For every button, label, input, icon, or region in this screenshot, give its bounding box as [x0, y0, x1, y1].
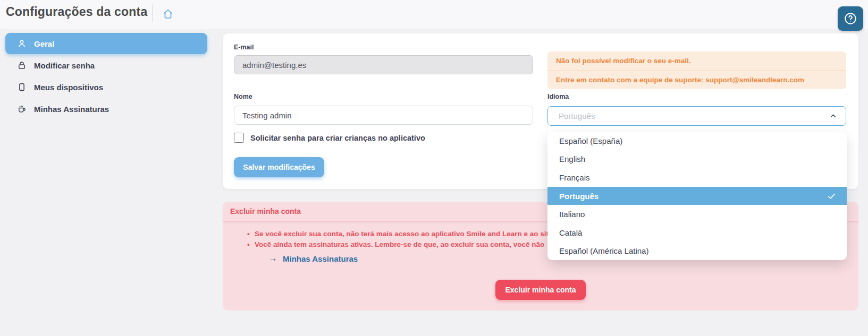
- language-option-label: Català: [559, 228, 582, 237]
- language-option-label: Español (América Latina): [559, 246, 648, 255]
- email-warning-title: Não foi possível modificar o seu e-mail.: [547, 51, 846, 71]
- language-dropdown: Español (España)EnglishFrançaisPortuguês…: [547, 132, 847, 260]
- language-label: Idioma: [547, 93, 569, 100]
- language-option-label: English: [559, 154, 585, 163]
- language-option-label: Português: [559, 192, 599, 201]
- language-option-label: Italiano: [559, 210, 585, 219]
- require-password-checkbox[interactable]: [234, 133, 244, 143]
- sidebar-item-meus-dispositivos[interactable]: Meus dispositivos: [5, 76, 207, 98]
- name-label: Nome: [234, 93, 252, 100]
- sidebar-item-label: Minhas Assinaturas: [34, 105, 109, 114]
- account-settings-page: Configurações da conta Geral Modificar s…: [0, 0, 868, 336]
- email-label: E-mail: [234, 44, 254, 51]
- help-button[interactable]: [838, 6, 863, 31]
- require-password-label: Solicitar senha para criar crianças no a…: [250, 134, 425, 142]
- sidebar-item-minhas-assinaturas[interactable]: Minhas Assinaturas: [5, 98, 207, 119]
- language-option[interactable]: Català: [547, 223, 847, 242]
- cup-icon: [17, 104, 27, 114]
- language-option[interactable]: Español (América Latina): [547, 242, 847, 260]
- language-option[interactable]: English: [547, 150, 847, 169]
- language-select-value: Português: [559, 111, 595, 120]
- language-option[interactable]: Français: [547, 168, 847, 187]
- device-icon: [17, 82, 27, 92]
- page-title: Configurações da conta: [6, 5, 147, 19]
- sidebar-item-label: Meus dispositivos: [34, 83, 103, 92]
- language-option-label: Español (España): [559, 136, 622, 145]
- sidebar: Geral Modificar senha Meus dispositivos …: [5, 33, 207, 120]
- my-subscriptions-link[interactable]: → Minhas Assinaturas: [268, 253, 358, 264]
- chevron-up-icon: [829, 112, 837, 120]
- sidebar-item-geral[interactable]: Geral: [5, 33, 207, 54]
- email-warning-detail: Entre em contato com a equipe de suporte…: [547, 71, 846, 89]
- user-icon: [17, 39, 27, 48]
- delete-account-button[interactable]: Excluir minha conta: [495, 280, 586, 300]
- require-password-row: Solicitar senha para criar crianças no a…: [234, 133, 425, 143]
- sidebar-item-label: Geral: [34, 39, 54, 48]
- name-field[interactable]: [234, 106, 533, 125]
- email-warning-alert: Não foi possível modificar o seu e-mail.…: [547, 51, 846, 89]
- sidebar-item-modificar-senha[interactable]: Modificar senha: [5, 55, 207, 76]
- topbar: Configurações da conta: [0, 0, 868, 29]
- check-icon: [827, 192, 836, 201]
- language-option[interactable]: Español (España): [547, 132, 847, 150]
- language-select[interactable]: Português: [547, 106, 846, 126]
- language-option[interactable]: Italiano: [547, 205, 847, 223]
- language-option[interactable]: Português: [547, 187, 847, 205]
- my-subscriptions-link-label: Minhas Assinaturas: [283, 254, 358, 263]
- language-option-label: Français: [559, 173, 590, 182]
- help-icon: [844, 12, 857, 25]
- title-divider: [153, 4, 153, 22]
- email-field: [234, 55, 533, 74]
- arrow-right-icon: →: [268, 253, 277, 264]
- lock-icon: [17, 61, 27, 70]
- home-button[interactable]: [161, 7, 175, 22]
- save-button[interactable]: Salvar modificações: [234, 157, 324, 177]
- home-icon: [162, 8, 174, 20]
- sidebar-item-label: Modificar senha: [34, 61, 95, 70]
